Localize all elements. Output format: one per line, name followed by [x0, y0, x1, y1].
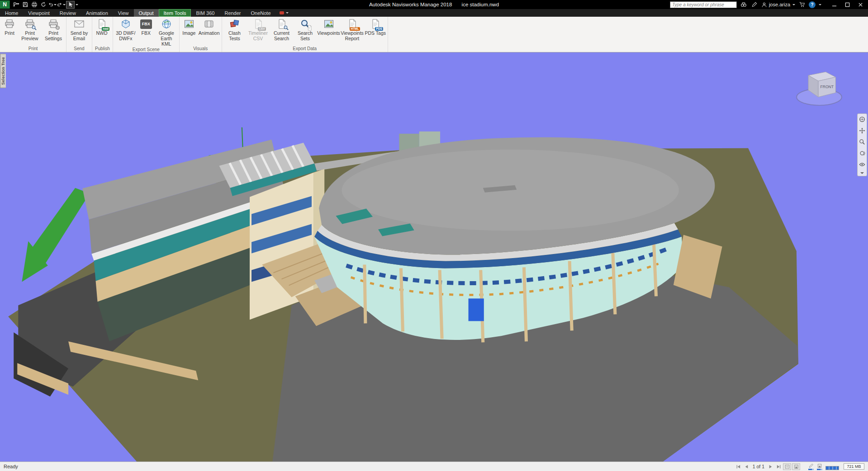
- minimize-button[interactable]: [828, 0, 841, 9]
- pencil-icon: [751, 1, 758, 8]
- refresh-button[interactable]: [39, 1, 47, 9]
- tab-animation[interactable]: Animation: [81, 9, 113, 17]
- application-menu-button[interactable]: N: [0, 0, 10, 9]
- print-button[interactable]: Print: [1, 17, 18, 37]
- pan-icon: [859, 127, 865, 134]
- undo-icon: [48, 1, 53, 8]
- viewcube-front-label[interactable]: FRONT: [820, 85, 834, 89]
- sheet-browser-button[interactable]: [783, 463, 791, 470]
- 3d-scene-canvas[interactable]: [0, 52, 868, 462]
- viewpoints-button[interactable]: Viewpoints: [317, 17, 341, 37]
- print-preview-button[interactable]: Print Preview: [18, 17, 42, 42]
- nwd-badge-icon: nwd: [102, 27, 109, 31]
- viewpoint-icon: [323, 19, 334, 29]
- pds-tags-button[interactable]: PDS PDS Tags: [364, 17, 387, 37]
- navbar-more-caret[interactable]: [860, 172, 864, 174]
- export-image-button[interactable]: Image: [180, 17, 198, 37]
- next-sheet-icon: [768, 464, 773, 469]
- viewcube[interactable]: FRONT: [792, 62, 846, 114]
- save-button[interactable]: [21, 1, 29, 9]
- full-navigation-wheel-button[interactable]: [859, 116, 866, 123]
- navisworks-window: N Autodesk Navisworks Manage 2018 ice st…: [0, 0, 868, 471]
- tab-output-label: Output: [139, 10, 154, 16]
- screencast-record-button[interactable]: [276, 9, 292, 17]
- clash-tests-button[interactable]: Clash Tests: [223, 17, 247, 42]
- minimize-icon: [832, 2, 837, 7]
- viewpoints-report-label: Viewpoints Report: [341, 31, 364, 42]
- viewpoints-report-button[interactable]: HTML Viewpoints Report: [341, 17, 364, 42]
- print-quick-button[interactable]: [30, 1, 38, 9]
- search-go-button[interactable]: [740, 1, 748, 8]
- tab-bim360-label: BIM 360: [196, 10, 214, 16]
- next-sheet-button[interactable]: [767, 463, 774, 470]
- record-icon: [280, 11, 284, 14]
- 3d-viewport[interactable]: Selection Tree FRONT: [0, 52, 868, 462]
- help-dropdown-caret[interactable]: [819, 4, 821, 5]
- tab-review[interactable]: Review: [55, 9, 81, 17]
- export-fbx-button[interactable]: FBX FBX: [138, 17, 155, 37]
- qat-customize-caret[interactable]: [76, 4, 78, 5]
- zoom-button[interactable]: [859, 138, 866, 146]
- pan-button[interactable]: [859, 127, 866, 134]
- print-settings-button[interactable]: Print Settings: [42, 17, 65, 42]
- tab-item-tools-label: Item Tools: [164, 10, 186, 16]
- previous-sheet-button[interactable]: [743, 463, 750, 470]
- current-search-button[interactable]: Current Search: [270, 17, 294, 42]
- printer-icon: [4, 19, 15, 29]
- export-dwf-label: 3D DWF/ DWFx: [115, 31, 137, 42]
- cube-icon: [120, 19, 131, 29]
- user-dropdown-caret: [792, 4, 795, 5]
- tab-home-label: Home: [5, 10, 18, 16]
- open-button[interactable]: [12, 1, 20, 9]
- selection-tree-tab[interactable]: Selection Tree: [0, 54, 6, 88]
- look-around-button[interactable]: [859, 161, 866, 168]
- search-sets-button[interactable]: Search Sets: [294, 17, 317, 42]
- tab-home[interactable]: Home: [0, 9, 23, 17]
- tab-bim360[interactable]: BIM 360: [191, 9, 219, 17]
- undo-button[interactable]: [48, 1, 57, 9]
- export-dwf-button[interactable]: 3D DWF/ DWFx: [114, 17, 138, 42]
- tab-view[interactable]: View: [113, 9, 134, 17]
- help-button[interactable]: ?: [809, 1, 816, 8]
- first-sheet-button[interactable]: [735, 463, 742, 470]
- binoculars-icon: [740, 1, 747, 8]
- multi-sheet-view-button[interactable]: [792, 463, 800, 470]
- ribbon-tab-bar: Home Viewpoint Review Animation View Out…: [0, 9, 868, 17]
- tab-output[interactable]: Output: [134, 9, 159, 17]
- disk-gauge-icon: [817, 463, 822, 468]
- tab-onenote[interactable]: OneNote: [246, 9, 276, 17]
- send-by-email-button[interactable]: Send by Email: [67, 17, 91, 42]
- status-bar: Ready 1 of 1 721 MB: [0, 462, 868, 471]
- tab-render-label: Render: [224, 10, 241, 16]
- maximize-button[interactable]: [841, 0, 854, 9]
- fbx-badge-icon: FBX: [140, 19, 152, 29]
- window-controls: [828, 0, 867, 9]
- tab-item-tools[interactable]: Item Tools: [159, 9, 191, 17]
- export-kml-button[interactable]: Google Earth KML: [155, 17, 178, 47]
- export-animation-button[interactable]: Animation: [198, 17, 221, 37]
- export-kml-label: Google Earth KML: [156, 31, 177, 47]
- sign-in-control[interactable]: jose.ariza: [761, 2, 795, 8]
- tab-viewpoint[interactable]: Viewpoint: [23, 9, 55, 17]
- close-button[interactable]: [854, 0, 867, 9]
- sheet-browser-icon: [785, 464, 790, 469]
- edit-keywords-button[interactable]: [750, 1, 759, 8]
- magnifier-icon: [283, 25, 289, 31]
- record-dropdown-caret: [286, 12, 289, 14]
- group-send: Send by Email Send: [66, 17, 92, 52]
- redo-button[interactable]: [57, 1, 66, 9]
- app-title: Autodesk Navisworks Manage 2018: [369, 2, 452, 7]
- envelope-icon: [74, 19, 85, 29]
- publish-nwd-button[interactable]: nwd NWD: [93, 17, 110, 37]
- gear-icon: [55, 25, 61, 31]
- group-export-data-label: Export Data: [223, 46, 387, 52]
- orbit-button[interactable]: [859, 150, 866, 157]
- group-visuals-label: Visuals: [180, 46, 221, 52]
- search-input[interactable]: [670, 1, 737, 8]
- previous-sheet-icon: [744, 464, 749, 469]
- save-icon: [22, 1, 28, 8]
- select-tool-button[interactable]: [66, 1, 75, 9]
- last-sheet-button[interactable]: [775, 463, 782, 470]
- app-store-button[interactable]: [798, 1, 806, 8]
- tab-render[interactable]: Render: [219, 9, 246, 17]
